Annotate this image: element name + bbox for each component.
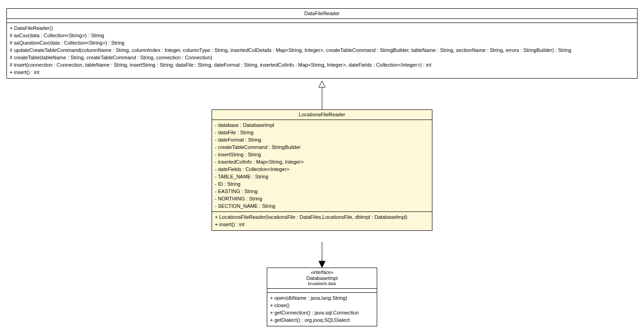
attribute: - EASTING : String xyxy=(215,188,429,195)
operation: + getDialect() : org.jooq.SQLDialect xyxy=(270,317,374,324)
operations-section: + open(dbName : java.lang.String) + clos… xyxy=(267,293,377,326)
attribute: - dateFields : Collection<Integer> xyxy=(215,166,429,173)
operation: + close() xyxy=(270,302,374,309)
attribute: - dataFile : String xyxy=(215,129,429,137)
operation: + LocationsFileReader(locationsFile : Da… xyxy=(215,214,429,221)
attribute: - TABLE_NAME : String xyxy=(215,173,429,181)
class-title: LocationsFileReader xyxy=(212,110,432,120)
class-data-file-reader[interactable]: DataFileReader + DataFileReader() # asCs… xyxy=(6,8,638,79)
class-title: «interface» DatabaseImpl broadwick.data xyxy=(267,268,377,289)
operations-section: + DataFileReader() # asCsv(data : Collec… xyxy=(7,23,637,78)
attribute: - dateFormat : String xyxy=(215,137,429,144)
attribute: - SECTION_NAME : String xyxy=(215,203,429,210)
svg-marker-1 xyxy=(319,81,325,87)
operation: + DataFileReader() xyxy=(10,25,634,32)
attribute: - insertString : String xyxy=(215,151,429,159)
class-name: DatabaseImpl xyxy=(270,275,374,281)
class-name: DataFileReader xyxy=(10,11,634,17)
attribute: - createTableCommand : StringBuilder xyxy=(215,144,429,151)
operation: + getConnection() : java.sql.Connection xyxy=(270,309,374,317)
operation: # createTable(tableName : String, create… xyxy=(10,54,634,62)
class-stereotype: «interface» xyxy=(270,270,374,275)
operation: # asCsv(data : Collection<String>) : Str… xyxy=(10,32,634,40)
operation: + insert() : int xyxy=(215,221,429,228)
class-name: LocationsFileReader xyxy=(215,112,429,118)
operation: # insert(connection : Connection, tableN… xyxy=(10,62,634,69)
attribute: - database : DatabaseImpl xyxy=(215,122,429,129)
attributes-section: - database : DatabaseImpl - dataFile : S… xyxy=(212,120,432,212)
svg-marker-3 xyxy=(319,261,325,268)
operation: # updateCreateTableCommand(columnName : … xyxy=(10,47,634,54)
attribute: - insertedColInfo : Map<String, Integer> xyxy=(215,159,429,166)
operations-section: + LocationsFileReader(locationsFile : Da… xyxy=(212,212,432,230)
class-title: DataFileReader xyxy=(7,9,637,19)
class-locations-file-reader[interactable]: LocationsFileReader - database : Databas… xyxy=(212,109,432,231)
generalization-connector xyxy=(319,81,325,109)
class-database-impl[interactable]: «interface» DatabaseImpl broadwick.data … xyxy=(267,268,377,326)
association-connector xyxy=(319,242,325,268)
operation: # asQuestionCsv(data : Collection<String… xyxy=(10,40,634,47)
class-package: broadwick.data xyxy=(270,281,374,286)
attribute: - NORTHING : String xyxy=(215,195,429,203)
attribute: - ID : String xyxy=(215,181,429,188)
operation: + insert() : int xyxy=(10,69,634,76)
operation: + open(dbName : java.lang.String) xyxy=(270,295,374,302)
attributes-section xyxy=(267,289,377,293)
attributes-section xyxy=(7,19,637,23)
